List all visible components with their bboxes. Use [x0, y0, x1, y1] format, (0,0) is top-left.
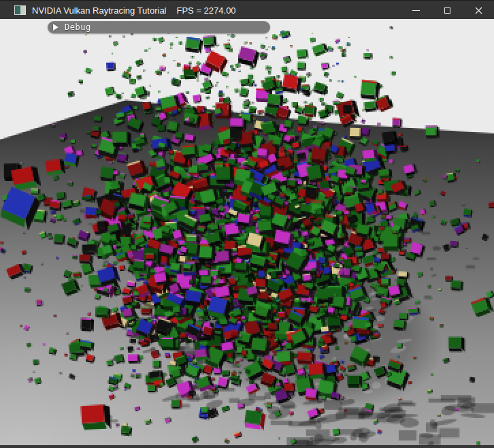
debug-panel-header[interactable]: Debug [48, 21, 270, 33]
title-text-group: NVIDIA Vulkan Raytracing Tutorial FPS = … [32, 1, 236, 20]
debug-panel-label: Debug [65, 22, 91, 32]
window-bottom-border [0, 445, 494, 448]
close-icon [475, 7, 482, 14]
fps-counter: FPS = 2274.00 [177, 5, 236, 16]
title-bar[interactable]: NVIDIA Vulkan Raytracing Tutorial FPS = … [0, 0, 494, 19]
maximize-button[interactable] [431, 1, 463, 20]
window-title: NVIDIA Vulkan Raytracing Tutorial [32, 5, 167, 16]
app-icon [14, 5, 26, 15]
render-viewport[interactable]: Debug [0, 19, 494, 448]
minimize-icon [412, 10, 420, 11]
raytraced-scene-canvas[interactable] [0, 19, 494, 448]
collapse-arrow-icon [53, 24, 59, 31]
app-window: NVIDIA Vulkan Raytracing Tutorial FPS = … [0, 0, 494, 448]
window-controls [400, 1, 494, 20]
maximize-icon [444, 7, 450, 14]
close-button[interactable] [463, 1, 494, 20]
minimize-button[interactable] [400, 1, 431, 20]
